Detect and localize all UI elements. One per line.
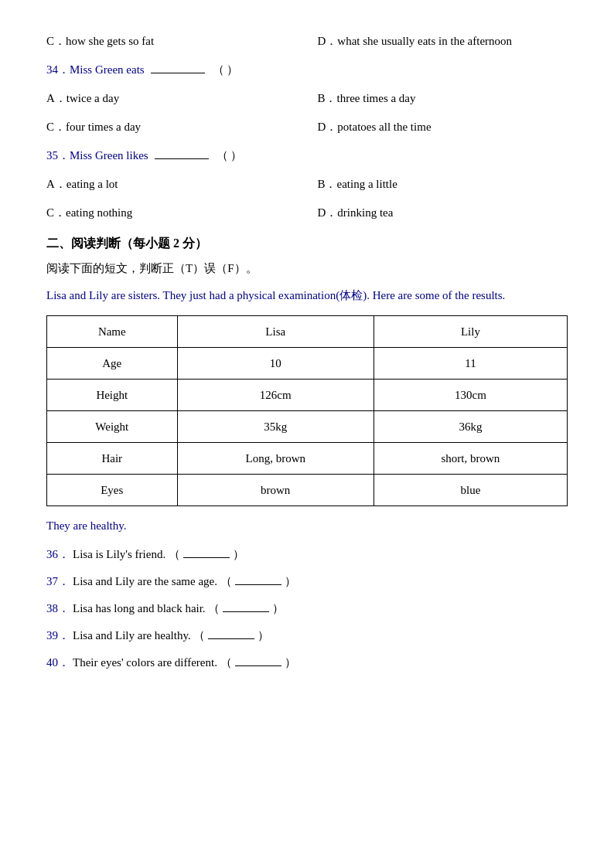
tf-q37: 37． Lisa and Lily are the same age. （ ） bbox=[46, 571, 568, 592]
q34-number: 34．Miss Green eats bbox=[46, 60, 145, 80]
q35-options-ab: A．eating a lot B．eating a little bbox=[46, 174, 568, 195]
they-healthy-text: They are healthy. bbox=[46, 516, 568, 536]
header-lily: Lily bbox=[374, 316, 567, 348]
tf-q36-text: Lisa is Lily's friend. （ bbox=[73, 544, 180, 565]
section2-intro: 阅读下面的短文，判断正（T）误（F）。 bbox=[46, 258, 568, 279]
cell-eyes-label: Eyes bbox=[47, 475, 178, 506]
table-row-hair: Hair Long, brown short, brown bbox=[47, 443, 568, 475]
q34-c-text: C．four times a day bbox=[46, 121, 141, 133]
q35-options-cd: C．eating nothing D．drinking tea bbox=[46, 203, 568, 223]
cell-hair-label: Hair bbox=[47, 443, 178, 475]
cell-lisa-eyes: brown bbox=[177, 475, 374, 506]
cell-height-label: Height bbox=[47, 380, 178, 411]
q34-options-cd: C．four times a day D．potatoes all the ti… bbox=[46, 117, 568, 138]
tf-q36-close: ） bbox=[233, 544, 244, 565]
tf-q36-blank bbox=[183, 557, 230, 558]
q34-a-text: A．twice a day bbox=[46, 92, 119, 104]
tf-q37-close: ） bbox=[285, 571, 296, 592]
data-table: Name Lisa Lily Age 10 11 Height 126cm 13… bbox=[46, 315, 568, 506]
q35-option-b: B．eating a little bbox=[317, 174, 568, 195]
tf-q40-blank bbox=[235, 665, 281, 666]
header-lisa: Lisa bbox=[177, 316, 374, 348]
q35-blank bbox=[155, 158, 209, 159]
q35-option-d: D．drinking tea bbox=[317, 203, 568, 223]
tf-q39-text: Lisa and Lily are healthy. （ bbox=[73, 625, 205, 646]
cell-age-label: Age bbox=[47, 348, 178, 380]
q33-options-row: C．how she gets so fat D．what she usually… bbox=[46, 31, 568, 52]
q33-option-c: C．how she gets so fat bbox=[46, 31, 297, 52]
tf-q36: 36． Lisa is Lily's friend. （ ） bbox=[46, 544, 568, 565]
q33-c-label: C．how she gets so fat bbox=[46, 35, 154, 47]
cell-lily-hair: short, brown bbox=[374, 443, 567, 475]
tf-q37-text: Lisa and Lily are the same age. （ bbox=[73, 571, 232, 592]
section2-header: 二、阅读判断（每小题 2 分） bbox=[46, 236, 568, 252]
cell-lisa-age: 10 bbox=[177, 348, 374, 380]
tf-q40: 40． Their eyes' colors are different. （ … bbox=[46, 652, 568, 673]
cell-lily-height: 130cm bbox=[374, 380, 567, 411]
table-row-eyes: Eyes brown blue bbox=[47, 475, 568, 506]
q35-stem-line: 35．Miss Green likes （ ） bbox=[46, 145, 568, 166]
q33-d-label: D．what she usually eats in the afternoon bbox=[317, 35, 512, 47]
q34-stem-line: 34．Miss Green eats （ ） bbox=[46, 60, 568, 80]
cell-lily-age: 11 bbox=[374, 348, 567, 380]
tf-q39-close: ） bbox=[258, 625, 269, 646]
tf-q39: 39． Lisa and Lily are healthy. （ ） bbox=[46, 625, 568, 646]
cell-lily-weight: 36kg bbox=[374, 411, 567, 443]
q34-blank bbox=[151, 73, 205, 73]
tf-q38-close: ） bbox=[272, 598, 284, 619]
q35-option-c: C．eating nothing bbox=[46, 203, 297, 223]
q35-paren: （ ） bbox=[217, 145, 243, 166]
tf-q37-num: 37． bbox=[46, 571, 70, 592]
passage-text: Lisa and Lily are sisters. They just had… bbox=[46, 285, 568, 306]
q34-option-c: C．four times a day bbox=[46, 117, 297, 138]
q34-option-b: B．three times a day bbox=[317, 88, 568, 109]
q35-option-a: A．eating a lot bbox=[46, 174, 297, 195]
table-row-weight: Weight 35kg 36kg bbox=[47, 411, 568, 443]
tf-q40-num: 40． bbox=[46, 652, 70, 673]
cell-lisa-weight: 35kg bbox=[177, 411, 374, 443]
cell-lily-eyes: blue bbox=[374, 475, 567, 506]
tf-q40-close: ） bbox=[285, 652, 296, 673]
table-row-age: Age 10 11 bbox=[47, 348, 568, 380]
q35-number: 35．Miss Green likes bbox=[46, 145, 148, 166]
tf-q38-text: Lisa has long and black hair. （ bbox=[73, 598, 220, 619]
table-header-row: Name Lisa Lily bbox=[47, 316, 568, 348]
q34-option-a: A．twice a day bbox=[46, 88, 297, 109]
tf-q36-num: 36． bbox=[46, 544, 70, 565]
tf-q38-blank bbox=[223, 611, 269, 612]
q34-d-text: D．potatoes all the time bbox=[317, 121, 431, 133]
q35-a-text: A．eating a lot bbox=[46, 178, 118, 190]
cell-weight-label: Weight bbox=[47, 411, 178, 443]
q34-option-d: D．potatoes all the time bbox=[317, 117, 568, 138]
q34-options-ab: A．twice a day B．three times a day bbox=[46, 88, 568, 109]
q35-b-text: B．eating a little bbox=[317, 178, 397, 190]
q34-b-text: B．three times a day bbox=[317, 92, 415, 104]
cell-lisa-hair: Long, brown bbox=[177, 443, 374, 475]
cell-lisa-height: 126cm bbox=[177, 380, 374, 411]
tf-q39-blank bbox=[208, 638, 254, 639]
tf-q38: 38． Lisa has long and black hair. （ ） bbox=[46, 598, 568, 619]
table-row-height: Height 126cm 130cm bbox=[47, 380, 568, 411]
q34-paren: （ ） bbox=[213, 60, 239, 80]
tf-q40-text: Their eyes' colors are different. （ bbox=[73, 652, 232, 673]
q33-option-d: D．what she usually eats in the afternoon bbox=[317, 31, 568, 52]
q35-d-text: D．drinking tea bbox=[317, 206, 393, 219]
tf-q39-num: 39． bbox=[46, 625, 70, 646]
tf-q37-blank bbox=[235, 584, 281, 585]
header-name: Name bbox=[47, 316, 178, 348]
q35-c-text: C．eating nothing bbox=[46, 206, 132, 219]
tf-q38-num: 38． bbox=[46, 598, 70, 619]
